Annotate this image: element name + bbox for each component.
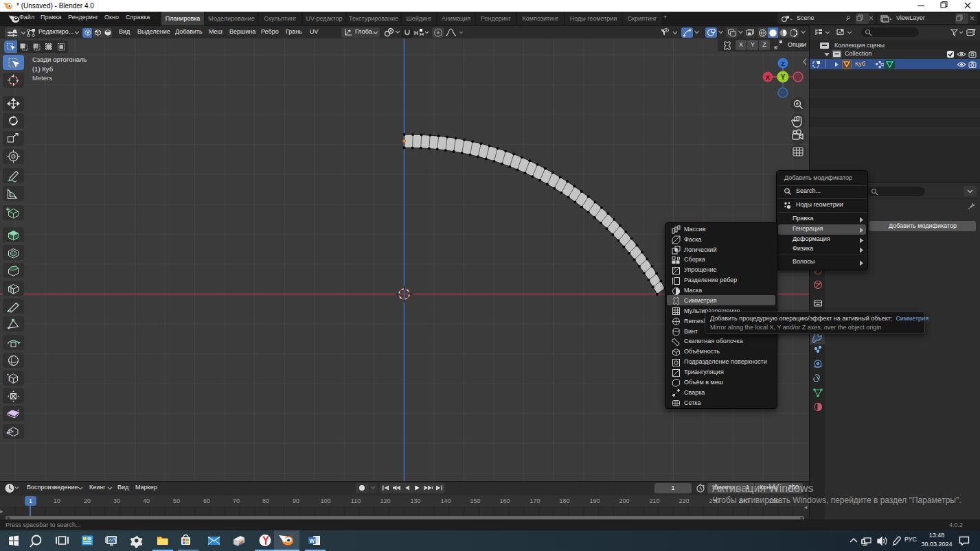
svg-text:X: X	[766, 73, 771, 81]
svg-text:Y: Y	[781, 73, 786, 81]
svg-text:W: W	[309, 537, 315, 544]
svg-text:Z: Z	[781, 60, 785, 67]
